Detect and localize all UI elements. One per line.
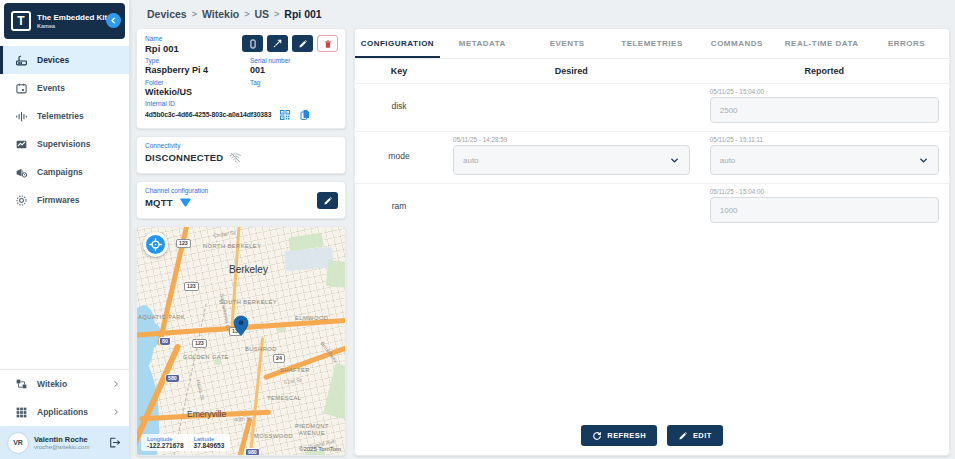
grid-icon [15, 406, 28, 419]
breadcrumb: Devices > Witekio > US > Rpi 001 [131, 0, 955, 27]
refresh-button[interactable]: REFRESH [581, 425, 657, 446]
type-label: Type [145, 57, 250, 64]
locate-button[interactable] [143, 232, 168, 257]
reported-disk-input[interactable] [710, 97, 939, 123]
sidebar-item-applications[interactable]: Applications [0, 398, 129, 426]
connectivity-status: DISCONNECTED [145, 152, 223, 163]
map-label: NORTH BERKELEY [203, 243, 261, 249]
route-shield: 24 [273, 354, 285, 363]
tab-commands[interactable]: COMMANDS [694, 29, 779, 58]
calendar-icon [15, 82, 28, 95]
copy-icon[interactable] [299, 109, 311, 121]
sidebar-item-devices[interactable]: Devices [0, 46, 129, 74]
campaign-icon [15, 166, 28, 179]
breadcrumb-separator: > [192, 9, 197, 19]
device-delete-button[interactable] [317, 35, 338, 52]
map-label: MOSSWOOD [254, 433, 293, 439]
longitude-value: -122.271678 [147, 442, 184, 449]
tab-configuration[interactable]: CONFIGURATION [355, 29, 440, 58]
pencil-icon [323, 196, 333, 206]
breadcrumb-separator: > [274, 9, 279, 19]
sidebar-collapse-button[interactable] [106, 13, 121, 28]
sidebar-item-label: Campaigns [37, 167, 83, 177]
waveform-icon [15, 110, 28, 123]
device-shell-button[interactable] [242, 35, 263, 52]
device-info-card: Name Rpi 001 [136, 28, 346, 129]
sidebar-item-events[interactable]: Events [0, 74, 129, 102]
device-folder: Witekio/US [145, 87, 250, 98]
pencil-icon [298, 39, 308, 49]
sidebar-item-label: Devices [37, 55, 69, 65]
sidebar-item-firmwares[interactable]: Firmwares [0, 186, 129, 214]
device-serial: 001 [250, 65, 337, 76]
chevron-right-icon [112, 380, 120, 388]
map-label: BUSHROD [245, 346, 277, 352]
route-shield: 123 [192, 339, 207, 348]
map-label: AQUATIC PARK [138, 314, 185, 320]
wifi-off-icon [229, 151, 242, 164]
sidebar-item-telemetries[interactable]: Telemetries [0, 102, 129, 130]
table-row-mode: mode 05/11/25 - 14:28:59 auto 05/11/25 -… [355, 132, 949, 184]
app-logo-icon: T [11, 11, 31, 31]
folder-label: Folder [145, 79, 250, 86]
tab-events[interactable]: EVENTS [525, 29, 610, 58]
connectivity-card: Connectivity DISCONNECTED [136, 136, 346, 174]
tab-errors[interactable]: ERRORS [864, 29, 949, 58]
channel-edit-button[interactable] [317, 192, 338, 209]
sidebar-item-label: Witekio [37, 379, 67, 389]
channel-label: Channel configuration [145, 187, 337, 194]
sidebar-item-label: Firmwares [37, 195, 80, 205]
mqtt-logo-icon [179, 196, 192, 209]
sidebar-item-label: Applications [37, 407, 88, 417]
map-label: PIEDMONT AVENUE [292, 423, 332, 437]
monitor-chart-icon [15, 138, 28, 151]
brand-header: T The Embedded Kit Kamea [4, 3, 125, 39]
tab-telemetries[interactable]: TELEMETRIES [610, 29, 695, 58]
chevron-down-icon [669, 155, 680, 166]
sidebar-item-supervisions[interactable]: Supervisions [0, 130, 129, 158]
user-section[interactable]: VR Valentin Roche vroche@witekio.com [0, 426, 129, 459]
map-label: SHAFTER [280, 367, 310, 373]
device-actions [242, 35, 338, 52]
sidebar-item-campaigns[interactable]: Campaigns [0, 158, 129, 186]
table-row-ram: ram 05/11/25 - 15:04:00 [355, 184, 949, 231]
breadcrumb-current: Rpi 001 [284, 8, 321, 20]
map-copyright: ©2025 TomTom [299, 446, 341, 452]
channel-value: MQTT [145, 197, 173, 208]
breadcrumb-separator: > [244, 9, 249, 19]
connectivity-label: Connectivity [145, 142, 337, 149]
main-area: Devices > Witekio > US > Rpi 001 Name Rp… [131, 0, 955, 459]
reported-timestamp: 05/11/25 - 15:04:00 [710, 88, 939, 95]
sidebar-item-label: Events [37, 83, 65, 93]
device-location-map[interactable]: Gilman St Cedar St NORTH BERKELEY Berkel… [136, 226, 346, 456]
app-title: The Embedded Kit [37, 13, 107, 23]
channel-configuration-card: Channel configuration MQTT [136, 181, 346, 219]
refresh-icon [592, 431, 602, 441]
latitude-value: 37.849653 [194, 442, 225, 449]
sidebar-item-label: Supervisions [37, 139, 90, 149]
breadcrumb-witekio[interactable]: Witekio [202, 8, 239, 20]
device-edit-button[interactable] [292, 35, 313, 52]
app-subtitle: Kamea [37, 23, 107, 29]
tab-real-time-data[interactable]: REAL-TIME DATA [779, 29, 864, 58]
chip-icon [15, 194, 28, 207]
qr-code-icon[interactable] [279, 109, 291, 121]
sidebar-item-witekio[interactable]: Witekio [0, 370, 129, 398]
device-move-button[interactable] [267, 35, 288, 52]
internal-id-value: 4d5b0c3c-4d66-4255-803c-a0a14df30383 [145, 111, 271, 118]
sidebar-item-label: Telemetries [37, 111, 84, 121]
target-icon [148, 237, 163, 252]
desired-mode-select[interactable]: auto [453, 145, 690, 175]
reported-ram-cell: 05/11/25 - 15:04:00 [700, 188, 949, 223]
breadcrumb-devices[interactable]: Devices [147, 8, 187, 20]
logout-icon[interactable] [108, 436, 121, 449]
edit-button[interactable]: EDIT [667, 425, 723, 446]
device-router-icon [15, 54, 28, 67]
breadcrumb-us[interactable]: US [254, 8, 269, 20]
reported-disk-cell: 05/11/25 - 15:04:00 [700, 88, 949, 123]
route-shield: 580 [165, 374, 180, 383]
user-name: Valentin Roche [34, 435, 89, 445]
reported-mode-select[interactable]: auto [710, 145, 939, 175]
reported-ram-input[interactable] [710, 197, 939, 223]
tab-metadata[interactable]: METADATA [440, 29, 525, 58]
